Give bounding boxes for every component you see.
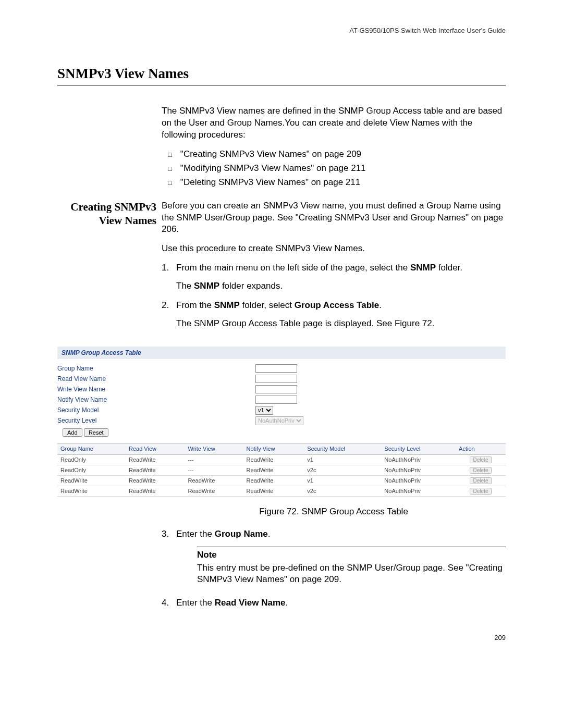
col-group: Group Name [57, 443, 126, 455]
table-cell: ReadWrite [243, 465, 304, 476]
action-cell: Delete [456, 486, 506, 497]
table-cell: --- [185, 465, 243, 476]
label-read-view: Read View Name [57, 375, 255, 383]
page-number: 209 [57, 633, 506, 643]
figure-72: SNMP Group Access Table Group Name Read … [57, 347, 506, 497]
table-cell: NoAuthNoPriv [381, 486, 456, 497]
col-write: Write View [185, 443, 243, 455]
label-write-view: Write View Name [57, 385, 255, 393]
table-cell: ReadOnly [57, 455, 126, 465]
table-cell: v2c [304, 465, 381, 476]
table-cell: ReadWrite [57, 476, 126, 486]
table-cell: ReadWrite [243, 476, 304, 486]
section-heading: Creating SNMPv3 View Names [57, 200, 156, 228]
doc-header: AT-GS950/10PS Switch Web Interface User'… [57, 26, 506, 35]
table-cell: ReadWrite [185, 476, 243, 486]
label-security-model: Security Model [57, 406, 255, 414]
col-level: Security Level [381, 443, 456, 455]
toc-item: "Creating SNMPv3 View Names" on page 209 [172, 149, 506, 161]
col-notify: Notify View [243, 443, 304, 455]
prereq-paragraph: Before you can create an SNMPv3 View nam… [162, 200, 506, 236]
table-cell: ReadWrite [57, 486, 126, 497]
action-cell: Delete [456, 455, 506, 465]
table-cell: NoAuthNoPriv [381, 476, 456, 486]
col-action: Action [456, 443, 506, 455]
note-heading: Note [197, 549, 506, 561]
col-model: Security Model [304, 443, 381, 455]
table-cell: ReadWrite [126, 455, 185, 465]
security-model-select[interactable]: v1 [255, 406, 273, 415]
table-cell: ReadWrite [126, 465, 185, 476]
table-row: ReadWriteReadWriteReadWriteReadWritev1No… [57, 476, 506, 486]
label-group-name: Group Name [57, 364, 255, 373]
toc-item: "Deleting SNMPv3 View Names" on page 211 [172, 177, 506, 189]
group-name-input[interactable] [255, 364, 297, 373]
table-cell: ReadWrite [243, 486, 304, 497]
read-view-input[interactable] [255, 375, 297, 383]
delete-button[interactable]: Delete [470, 456, 492, 463]
table-cell: ReadWrite [243, 455, 304, 465]
table-row: ReadOnlyReadWrite---ReadWritev2cNoAuthNo… [57, 465, 506, 476]
label-notify-view: Notify View Name [57, 396, 255, 404]
table-cell: NoAuthNoPriv [381, 455, 456, 465]
notify-view-input[interactable] [255, 396, 297, 404]
note-block: Note This entry must be pre-defined on t… [197, 547, 506, 586]
table-cell: ReadWrite [126, 486, 185, 497]
action-cell: Delete [456, 465, 506, 476]
panel-title: SNMP Group Access Table [57, 347, 506, 359]
intro-paragraph: The SNMPv3 View names are defined in the… [162, 105, 506, 141]
reset-button[interactable]: Reset [84, 428, 108, 437]
toc-item: "Modifying SNMPv3 View Names" on page 21… [172, 163, 506, 175]
step-2: 2. From the SNMP folder, select Group Ac… [162, 300, 506, 312]
table-cell: ReadOnly [57, 465, 126, 476]
col-read: Read View [126, 443, 185, 455]
action-cell: Delete [456, 476, 506, 486]
step-1: 1. From the main menu on the left side o… [162, 262, 506, 274]
security-level-select[interactable]: NoAuthNoPriv [255, 416, 303, 425]
table-row: ReadOnlyReadWrite---ReadWritev1NoAuthNoP… [57, 455, 506, 465]
chapter-heading: SNMPv3 View Names [57, 64, 506, 85]
delete-button[interactable]: Delete [470, 467, 492, 474]
table-cell: v1 [304, 476, 381, 486]
step-3: 3. Enter the Group Name. [162, 528, 506, 540]
add-button[interactable]: Add [63, 428, 82, 437]
table-cell: ReadWrite [185, 486, 243, 497]
group-access-table: Group Name Read View Write View Notify V… [57, 443, 506, 496]
step-1-result: The SNMP folder expands. [176, 280, 506, 292]
table-row: ReadWriteReadWriteReadWriteReadWritev2cN… [57, 486, 506, 497]
procedure-intro: Use this procedure to create SNMPv3 View… [162, 243, 506, 255]
table-cell: v1 [304, 455, 381, 465]
figure-caption: Figure 72. SNMP Group Access Table [162, 506, 506, 518]
write-view-input[interactable] [255, 385, 297, 393]
step-4: 4. Enter the Read View Name. [162, 597, 506, 609]
step-2-result: The SNMP Group Access Table page is disp… [176, 318, 506, 330]
table-cell: ReadWrite [126, 476, 185, 486]
table-cell: v2c [304, 486, 381, 497]
label-security-level: Security Level [57, 416, 255, 425]
toc-list: "Creating SNMPv3 View Names" on page 209… [162, 149, 506, 189]
delete-button[interactable]: Delete [470, 477, 492, 484]
table-cell: NoAuthNoPriv [381, 465, 456, 476]
delete-button[interactable]: Delete [470, 488, 492, 495]
table-cell: --- [185, 455, 243, 465]
note-body: This entry must be pre-defined on the SN… [197, 562, 506, 586]
